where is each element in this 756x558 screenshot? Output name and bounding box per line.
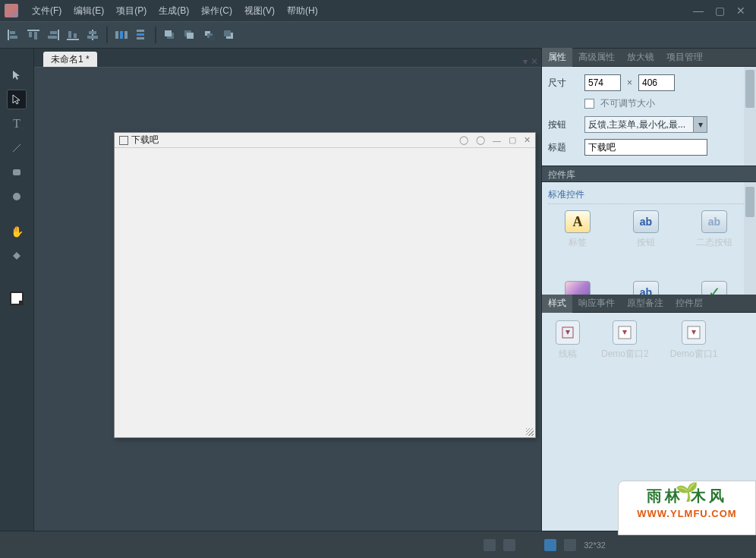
svg-rect-29 xyxy=(224,30,231,36)
chevron-down-icon[interactable]: ▾ xyxy=(693,117,707,132)
view-list-icon[interactable] xyxy=(484,539,496,551)
design-close-icon[interactable]: ✕ xyxy=(524,135,531,145)
diamond-tool[interactable] xyxy=(7,246,27,266)
menu-file[interactable]: 文件(F) xyxy=(26,2,68,20)
design-maximize-icon[interactable]: ▢ xyxy=(509,135,516,145)
status-icon-2[interactable] xyxy=(564,539,576,551)
tab-close-icon[interactable]: ✕ xyxy=(531,56,538,67)
status-icon-1[interactable] xyxy=(544,539,556,551)
line-tool[interactable] xyxy=(7,138,27,158)
ellipse-tool[interactable] xyxy=(7,187,27,206)
view-grid-icon[interactable] xyxy=(503,539,515,551)
library-group-title: 标准控件 xyxy=(548,188,750,204)
select-tool[interactable] xyxy=(7,90,27,109)
pointer-tool[interactable] xyxy=(7,65,27,85)
tab-notes[interactable]: 原型备注 xyxy=(621,294,669,313)
styles-tabs: 样式 响应事件 原型备注 控件层 xyxy=(542,295,756,313)
style-caption: 线稿 xyxy=(556,348,580,361)
watermark-url: WWW.YLMFU.COM xyxy=(623,508,751,519)
design-menu-icon[interactable]: ◯ xyxy=(459,135,468,145)
maximize-icon[interactable]: ▢ xyxy=(713,5,726,17)
align-bottom-button[interactable] xyxy=(64,26,82,44)
title-input[interactable] xyxy=(584,139,707,156)
resize-grip-icon[interactable] xyxy=(526,428,534,436)
width-input[interactable] xyxy=(584,74,621,91)
library-header: 控件库 xyxy=(542,166,756,182)
svg-rect-24 xyxy=(187,33,194,39)
color-swatch-tool[interactable] xyxy=(7,288,27,308)
hand-tool[interactable]: ✋ xyxy=(7,222,27,241)
svg-rect-13 xyxy=(89,31,96,34)
tab-properties[interactable]: 属性 xyxy=(542,48,572,67)
design-titlebar[interactable]: 下载吧 ◯ ◯ — ▢ ✕ xyxy=(115,133,535,148)
svg-rect-5 xyxy=(34,32,37,39)
svg-rect-3 xyxy=(27,30,39,31)
button-prop-label: 按钮 xyxy=(548,118,578,131)
distribute-v-button[interactable] xyxy=(132,26,150,44)
library-scrollbar[interactable] xyxy=(744,182,756,295)
distribute-h-button[interactable] xyxy=(112,26,131,44)
svg-rect-27 xyxy=(209,36,215,40)
tab-events[interactable]: 响应事件 xyxy=(572,294,621,313)
close-icon[interactable]: ✕ xyxy=(735,5,747,17)
svg-rect-11 xyxy=(74,33,77,38)
menu-action[interactable]: 操作(C) xyxy=(195,2,238,20)
svg-rect-18 xyxy=(137,30,144,32)
align-left-button[interactable] xyxy=(5,26,23,44)
height-input[interactable] xyxy=(638,74,675,91)
tab-styles[interactable]: 样式 xyxy=(542,294,572,313)
design-window[interactable]: 下载吧 ◯ ◯ — ▢ ✕ xyxy=(114,132,536,438)
tab-advanced[interactable]: 高级属性 xyxy=(572,48,621,67)
tab-layers[interactable]: 控件层 xyxy=(669,294,709,313)
button-dropdown-value: 反馈,主菜单,最小化,最... xyxy=(588,118,685,131)
svg-rect-8 xyxy=(48,36,57,39)
svg-rect-35 xyxy=(19,301,24,305)
menu-build[interactable]: 生成(B) xyxy=(153,2,195,20)
lib-label[interactable]: A 标签 xyxy=(556,210,600,249)
style-demo2[interactable]: Demo窗口2 xyxy=(601,320,649,361)
lock-size-checkbox[interactable] xyxy=(584,99,594,109)
canvas[interactable]: 下载吧 ◯ ◯ — ▢ ✕ xyxy=(34,67,541,531)
titlebar: 文件(F) 编辑(E) 项目(P) 生成(B) 操作(C) 视图(V) 帮助(H… xyxy=(0,0,756,21)
tab-dropdown-icon[interactable]: ▾ xyxy=(523,56,528,67)
watermark: 雨林 木风🌱 WWW.YLMFU.COM xyxy=(618,481,756,535)
bring-front-button[interactable] xyxy=(161,26,179,44)
menu-view[interactable]: 视图(V) xyxy=(238,2,281,20)
rect-tool[interactable] xyxy=(7,162,27,182)
minimize-icon[interactable]: — xyxy=(692,5,704,17)
align-center-h-button[interactable] xyxy=(83,26,102,44)
doc-tab-untitled[interactable]: 未命名1 * xyxy=(43,52,97,67)
design-feedback-icon[interactable]: ◯ xyxy=(476,135,485,145)
svg-rect-19 xyxy=(137,33,144,36)
menu-project[interactable]: 项目(P) xyxy=(110,2,153,20)
leaf-icon: 🌱 xyxy=(676,481,701,503)
style-wireframe[interactable]: 线稿 xyxy=(556,320,580,361)
design-checkbox-icon[interactable] xyxy=(119,136,128,145)
button-dropdown[interactable]: 反馈,主菜单,最小化,最... ▾ xyxy=(584,116,707,133)
props-scrollbar[interactable] xyxy=(744,67,756,166)
tab-magnifier[interactable]: 放大镜 xyxy=(621,48,660,67)
svg-rect-15 xyxy=(115,31,118,39)
lib-item-extra1[interactable]: ab xyxy=(624,281,668,295)
send-backward-button[interactable] xyxy=(200,26,219,44)
send-back-button[interactable] xyxy=(220,26,238,44)
toolbar-separator xyxy=(106,27,108,43)
style-caption: Demo窗口1 xyxy=(670,348,718,361)
align-top-button[interactable] xyxy=(24,26,43,44)
toggle-button-icon: ab xyxy=(701,210,727,233)
lib-checkbox[interactable]: ✓ xyxy=(692,281,736,295)
properties-tabs: 属性 高级属性 放大镜 项目管理 xyxy=(542,49,756,67)
design-minimize-icon[interactable]: — xyxy=(493,136,501,145)
lib-image[interactable] xyxy=(556,281,600,295)
tab-project-mgmt[interactable]: 项目管理 xyxy=(660,48,709,67)
menu-help[interactable]: 帮助(H) xyxy=(281,2,324,20)
bring-forward-button[interactable] xyxy=(181,26,199,44)
check-icon: ✓ xyxy=(701,281,727,295)
menu-edit[interactable]: 编辑(E) xyxy=(68,2,110,20)
style-demo1[interactable]: Demo窗口1 xyxy=(670,320,718,361)
lib-toggle-button[interactable]: ab 二态按钮 xyxy=(692,210,736,249)
lib-button[interactable]: ab 按钮 xyxy=(624,210,668,249)
align-right-button[interactable] xyxy=(44,26,62,44)
svg-rect-31 xyxy=(13,169,20,175)
text-tool[interactable]: T xyxy=(7,114,27,134)
